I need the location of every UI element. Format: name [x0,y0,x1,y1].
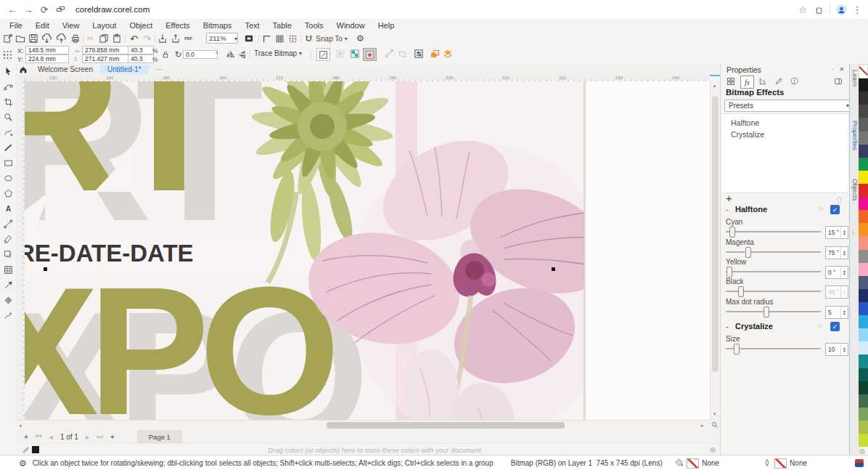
palette-swatch[interactable] [859,394,868,408]
redo-icon[interactable]: ↷ [141,33,153,44]
palette-swatch[interactable] [859,302,868,315]
palette-swatch[interactable] [859,434,868,447]
address-url[interactable]: coreldraw.corel.com [75,5,150,14]
undo-icon[interactable]: ↶ [128,33,140,44]
open-icon[interactable] [14,33,26,44]
scroll-left-icon[interactable]: ◂ [19,423,22,429]
palette-swatch[interactable] [859,381,868,394]
presets-dropdown[interactable]: Presets ▾ [724,100,853,112]
menu-item[interactable]: Effects [159,19,196,32]
cloud-upload-icon[interactable] [55,33,67,44]
bookmark-star-icon[interactable]: ☆ [795,3,811,16]
fill-none-swatch[interactable] [687,458,699,469]
smart-fill-tool-icon[interactable] [0,293,16,308]
effect-list-item[interactable]: Halftone [722,117,848,129]
snap-target-icon[interactable] [303,33,315,44]
black-slider[interactable] [726,291,821,292]
effects-tab-fx-icon[interactable]: fx [740,76,754,89]
interactive-fill-tool-icon[interactable] [0,308,16,323]
palette-swatch[interactable] [859,184,868,197]
browser-forward-icon[interactable]: → [20,3,36,16]
tab-more-icon[interactable]: ⋯ [149,65,171,74]
halftone-reset-icon[interactable]: ⟳ [818,206,824,213]
menu-item[interactable]: Bitmaps [197,19,239,32]
menu-item[interactable]: Edit [29,19,56,32]
trace-bitmap-button[interactable]: Trace Bitmap ▾ [254,49,302,57]
palette-scroll-icon[interactable]: ◎ [859,447,865,455]
polygon-tool-icon[interactable] [0,186,16,201]
info-tab-icon[interactable]: ⓘ [788,76,801,87]
menu-item[interactable]: Window [330,19,372,32]
pdf-export-icon[interactable]: PDF [182,33,195,44]
width-input[interactable]: 278.858 mm [82,46,128,54]
palette-swatch[interactable] [859,92,868,105]
resample-icon[interactable] [428,48,441,60]
document-color-swatch[interactable] [32,446,39,453]
halftone-header[interactable]: Halftone [735,205,767,214]
mesh-tool-icon[interactable] [0,262,16,277]
drawing-canvas[interactable]: RT XPO RT RE-DATE-DATE XPO [25,81,710,420]
text-tool-icon[interactable]: A [0,201,16,216]
page-border-icon[interactable] [261,33,273,44]
palette-swatch[interactable] [859,105,868,118]
cyan-spinner[interactable]: 15 °▲▼ [825,226,848,239]
menu-item[interactable]: Table [266,19,298,32]
scroll-right-icon[interactable]: ▸ [701,423,704,429]
flip-horizontal-icon[interactable] [224,49,236,60]
spin-arrows-icon[interactable]: ▲▼ [840,307,848,318]
rotation-input[interactable]: 0.0 [183,50,218,59]
next-page-icon[interactable]: ▸ [82,433,93,441]
cut-icon[interactable]: ✂ [84,33,97,44]
drop-shadow-tool-icon[interactable] [0,247,16,262]
grid-icon[interactable] [274,33,286,44]
palette-swatch[interactable] [859,315,868,328]
height-input[interactable]: 271.427 mm [82,54,128,63]
style-tab-icon[interactable] [772,76,785,87]
palette-swatch[interactable] [859,289,868,302]
spin-arrows-icon[interactable]: ▲▼ [840,267,848,278]
halftone-collapse-toggle[interactable]: - [726,205,729,214]
magenta-spinner[interactable]: 75 °▲▼ [825,246,848,259]
zoom-combo-caret-icon[interactable]: ▾ [232,33,239,44]
max-dot-radius-slider-handle[interactable] [763,307,769,317]
first-page-icon[interactable]: ⏮ [32,432,46,441]
print-icon[interactable] [69,33,81,44]
x-input[interactable]: 148.5 mm [25,46,69,54]
scale-v-input[interactable]: 40.3 [128,54,154,63]
vertical-scroll-thumb[interactable] [712,96,718,372]
eyedropper-tool-icon[interactable] [0,277,16,293]
extensions-icon[interactable] [811,3,827,16]
add-page-button[interactable]: + [107,433,118,441]
palette-swatch[interactable] [859,408,868,421]
yellow-slider-handle[interactable] [726,267,732,277]
artistic-media-tool-icon[interactable] [0,140,16,155]
shape-tool-icon[interactable] [0,79,16,94]
profile-avatar[interactable] [833,3,849,16]
menu-item[interactable]: File [3,19,29,32]
tab-welcome-screen[interactable]: Welcome Screen [30,65,100,74]
browser-menu-icon[interactable]: ⋮ [849,3,865,16]
pen-tool-icon[interactable] [0,232,16,247]
rectangle-tool-icon[interactable] [0,155,16,171]
max-dot-radius-spinner[interactable]: 5▲▼ [825,306,848,319]
export-icon[interactable] [169,33,181,44]
browser-reload-icon[interactable]: ⟳ [36,3,52,16]
crystalize-collapse-toggle[interactable]: - [726,322,729,331]
palette-swatch[interactable] [859,210,868,223]
transform-tab-icon[interactable] [756,76,769,87]
palette-swatch[interactable] [859,78,868,92]
palette-swatch[interactable] [859,328,868,341]
pick-tool-icon[interactable] [0,64,16,79]
last-page-icon[interactable]: ⏭ [93,432,107,441]
save-icon[interactable] [27,33,39,44]
docker-pin-icon[interactable]: · [832,65,834,73]
prev-page-icon[interactable]: ◂ [46,433,57,441]
palette-options-icon[interactable]: ◎ [710,446,716,453]
cyan-slider[interactable] [726,231,821,232]
zoom-tool-icon[interactable] [0,110,16,125]
summary-tab-icon[interactable] [724,76,737,87]
palette-swatch[interactable] [859,118,868,131]
docker-close-icon[interactable]: × [840,65,844,73]
crystalize-header[interactable]: Crystalize [735,322,773,331]
spin-arrows-icon[interactable]: ▲▼ [840,344,848,355]
